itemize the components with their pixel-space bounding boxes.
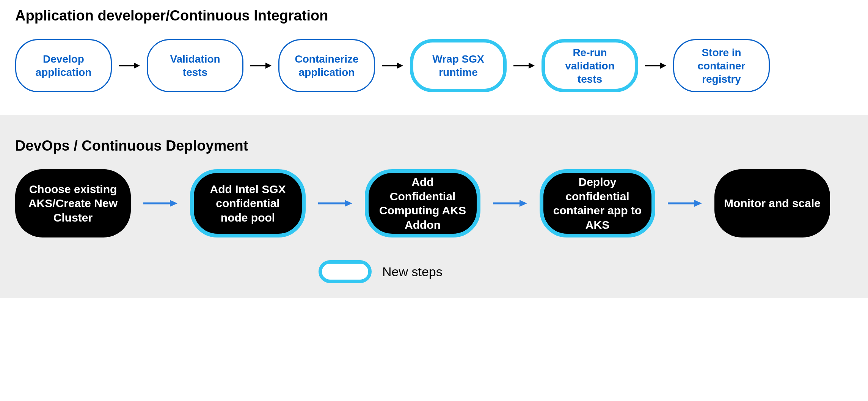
- arrow-icon: [662, 199, 708, 208]
- ci-title: Application developer/Continuous Integra…: [15, 8, 853, 24]
- cd-step-add-cc-aks-addon: Add Confidential Computing AKS Addon: [365, 169, 480, 237]
- cd-step-label: Choose existing AKS/Create New Cluster: [24, 182, 122, 225]
- svg-marker-11: [170, 200, 177, 207]
- arrow-icon: [382, 61, 403, 70]
- cd-step-label: Add Intel SGX confidential node pool: [203, 182, 293, 225]
- cd-title: DevOps / Continuous Deployment: [15, 138, 853, 154]
- cd-step-label: Deploy confidential container app to AKS: [553, 175, 642, 232]
- cd-flow-row: Choose existing AKS/Create New Cluster A…: [15, 169, 853, 237]
- arrow-icon: [645, 61, 666, 70]
- svg-marker-3: [265, 63, 272, 69]
- ci-step-label: Store in container registry: [683, 46, 760, 86]
- svg-marker-7: [529, 63, 535, 69]
- cd-step-deploy-app-to-aks: Deploy confidential container app to AKS: [540, 169, 655, 237]
- ci-step-develop-application: Develop application: [15, 39, 112, 92]
- ci-step-label: Containerize application: [289, 52, 365, 79]
- ci-step-rerun-validation-tests: Re-run validation tests: [542, 39, 638, 92]
- arrow-icon: [312, 199, 358, 208]
- legend-swatch-icon: [319, 260, 372, 283]
- ci-step-containerize-application: Containerize application: [278, 39, 375, 92]
- ci-step-store-in-registry: Store in container registry: [673, 39, 770, 92]
- arrow-icon: [513, 61, 535, 70]
- svg-marker-9: [660, 63, 666, 69]
- ci-step-wrap-sgx-runtime: Wrap SGX runtime: [410, 39, 507, 92]
- arrow-icon: [138, 199, 183, 208]
- svg-marker-15: [520, 200, 527, 207]
- ci-step-label: Wrap SGX runtime: [422, 52, 494, 79]
- cd-step-add-sgx-node-pool: Add Intel SGX confidential node pool: [190, 169, 306, 237]
- ci-section: Application developer/Continuous Integra…: [0, 0, 868, 115]
- ci-step-label: Validation tests: [157, 52, 233, 79]
- arrow-icon: [119, 61, 140, 70]
- svg-marker-17: [694, 200, 702, 207]
- legend-label: New steps: [382, 264, 443, 279]
- legend: New steps: [319, 260, 853, 283]
- cd-step-choose-cluster: Choose existing AKS/Create New Cluster: [15, 169, 131, 237]
- ci-step-label: Re-run validation tests: [554, 46, 626, 86]
- cd-step-label: Add Confidential Computing AKS Addon: [378, 175, 468, 232]
- ci-flow-row: Develop application Validation tests Con…: [15, 39, 853, 92]
- ci-step-validation-tests: Validation tests: [147, 39, 243, 92]
- arrow-icon: [487, 199, 533, 208]
- ci-step-label: Develop application: [25, 52, 102, 79]
- cd-step-label: Monitor and scale: [724, 196, 821, 211]
- cd-section: DevOps / Continuous Deployment Choose ex…: [0, 115, 868, 298]
- arrow-icon: [250, 61, 272, 70]
- svg-marker-5: [397, 63, 403, 69]
- svg-marker-1: [134, 63, 140, 69]
- cd-step-monitor-and-scale: Monitor and scale: [714, 169, 830, 237]
- svg-marker-13: [345, 200, 352, 207]
